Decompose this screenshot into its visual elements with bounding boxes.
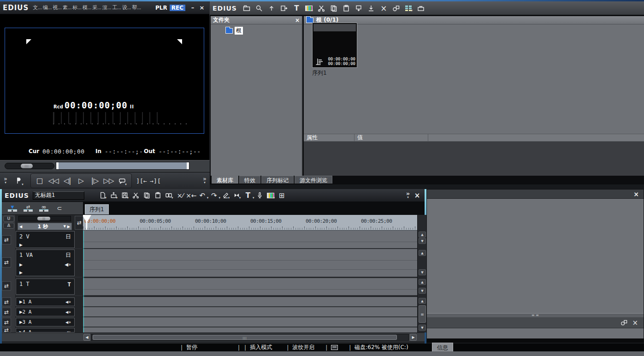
close-button[interactable]: ×	[632, 190, 641, 198]
lane-1a[interactable]	[83, 297, 417, 307]
lane-1t[interactable]	[83, 278, 417, 295]
play-button[interactable]: ▷	[74, 174, 88, 188]
add-title-button[interactable]: T	[290, 3, 303, 14]
menu-settings[interactable]: 设...	[122, 4, 132, 11]
scroll-down-button[interactable]: ▼	[419, 325, 426, 331]
group-mode-button[interactable]: ⊂	[53, 203, 66, 214]
menu-file[interactable]: 文...	[32, 4, 42, 11]
menu-render[interactable]: 渲...	[102, 4, 112, 11]
timescale-selector[interactable]: ◀ 1 秒 ▼ ▶	[18, 223, 72, 230]
lane-3a[interactable]	[83, 317, 417, 327]
scroll-down-button[interactable]: ▼	[419, 288, 426, 294]
delete-button[interactable]: ×	[378, 3, 390, 14]
timeline-ruler[interactable]: 00:00:00;00 00:00:05;00 00:00:10;00 00:0…	[83, 215, 417, 231]
insert-mode-button[interactable]: ▼	[6, 203, 19, 214]
toolbox-button[interactable]	[415, 3, 427, 14]
loop-playback-button[interactable]: ▾	[116, 174, 130, 188]
speaker-icon[interactable]: ◀»	[65, 309, 71, 314]
overflow-right-button[interactable]: »▾	[200, 174, 210, 188]
hscroll-thumb[interactable]: |||	[93, 335, 397, 340]
add-clip-button[interactable]	[278, 3, 290, 14]
effect-icon[interactable]	[620, 319, 627, 326]
open-project-button[interactable]: ▾	[108, 190, 119, 201]
add-cut-point-button[interactable]: ▾	[220, 190, 231, 201]
gutter-u-button[interactable]: U	[3, 216, 14, 222]
hscroll-right-button[interactable]: ▶	[410, 334, 417, 341]
lane-2v[interactable]	[83, 231, 417, 248]
folders-close-icon[interactable]: ×	[295, 17, 300, 24]
menu-capture[interactable]: 采...	[92, 4, 102, 11]
toolbar-overflow-button[interactable]: »▾	[403, 192, 413, 199]
scroll-up-button[interactable]: ▲	[419, 298, 426, 304]
vertical-scrollbar-thumb[interactable]: ≡	[419, 305, 426, 323]
sync-3a-button[interactable]: ⇄	[2, 318, 11, 326]
step-forward-button[interactable]: |▷	[88, 174, 102, 188]
set-marker-button[interactable]: ▾	[11, 174, 28, 188]
hscroll-left-button[interactable]: ◀	[83, 334, 90, 341]
sync-2a-button[interactable]: ⇄	[2, 308, 11, 316]
zoom-slider-thumb[interactable]: |||	[37, 217, 50, 220]
lane-4a[interactable]	[83, 327, 417, 332]
panel-resize-handle[interactable]: = =	[427, 313, 644, 317]
undo-button[interactable]: ↶	[197, 190, 208, 201]
track-header-2a[interactable]: ▶2 A◀»	[16, 308, 75, 316]
value-column-header[interactable]: 值	[354, 134, 428, 142]
move-up-button[interactable]	[266, 3, 278, 14]
tab-effects[interactable]: 特效	[239, 176, 260, 184]
minimize-button[interactable]: –	[188, 4, 197, 12]
track-header-1t[interactable]: 1 TT	[16, 279, 75, 295]
sequence-title-input[interactable]	[33, 191, 84, 200]
track-header-1va[interactable]: 1 VA日 ▶◀» ▶	[16, 249, 75, 276]
menu-help[interactable]: 帮...	[131, 4, 142, 11]
clip-card-sequence1[interactable]: 00:00:00;00 00:00:00;00 序列1	[312, 23, 358, 77]
scroll-up-button[interactable]: ▲	[419, 231, 426, 237]
delete-left-button[interactable]: ×←	[186, 190, 197, 201]
sequence-tab[interactable]: 序列1	[85, 204, 109, 214]
fast-forward-button[interactable]: ▷▷	[102, 174, 116, 188]
plr-mode-button[interactable]: PLR	[155, 5, 167, 11]
new-folder-button[interactable]	[241, 3, 253, 14]
apply-button[interactable]	[365, 3, 378, 14]
copy-button[interactable]	[328, 3, 340, 14]
sync-all-button[interactable]: ⇄	[75, 216, 84, 230]
paste-button[interactable]	[153, 190, 164, 201]
clip-thumbnail[interactable]: 00:00:00;00 00:00:00;00	[312, 23, 357, 68]
rewind-button[interactable]: ◁◁	[47, 174, 60, 188]
scroll-up-button[interactable]: ▲	[419, 250, 426, 256]
add-to-timeline-button[interactable]	[353, 3, 365, 14]
tab-sequence-marker[interactable]: 序列标记	[261, 176, 294, 184]
redo-button[interactable]: ↷	[208, 190, 219, 201]
menu-tools[interactable]: 工...	[112, 4, 122, 11]
set-between-button[interactable]: ∞	[37, 203, 51, 214]
ripple-mode-button[interactable]: ⇄	[21, 203, 35, 214]
stop-button[interactable]: □	[33, 174, 47, 188]
scroll-down-button[interactable]: ▼	[419, 238, 426, 244]
sync-1va-button[interactable]: ⇄	[2, 257, 11, 267]
cut-button[interactable]	[130, 190, 142, 201]
track-header-3a[interactable]: ▶3 A◀»	[16, 318, 75, 326]
menu-view[interactable]: 视...	[52, 4, 62, 11]
speaker-icon[interactable]: ◀»	[65, 299, 71, 304]
close-button[interactable]: ×	[413, 192, 422, 199]
step-back-button[interactable]: ◁|	[60, 174, 74, 188]
lane-2a[interactable]	[83, 307, 417, 317]
add-title-button[interactable]: T	[242, 190, 254, 201]
copy-button[interactable]	[142, 190, 153, 201]
position-bar[interactable]	[56, 162, 189, 170]
goto-in-button[interactable]: ][←	[135, 174, 148, 188]
tab-bin[interactable]: 素材库	[212, 176, 238, 184]
new-sequence-button[interactable]: ▾	[97, 190, 108, 201]
timescale-dropdown-icon[interactable]: ▼	[63, 225, 65, 228]
property-column-header[interactable]: 属性	[304, 134, 354, 142]
search-button[interactable]	[253, 3, 266, 14]
tab-information[interactable]: 信息	[432, 343, 453, 351]
menu-clip[interactable]: 素...	[62, 4, 72, 11]
speaker-icon[interactable]: ◀»	[65, 262, 71, 267]
sync-1t-button[interactable]: ⇄	[2, 281, 11, 291]
expand-icon[interactable]: ▶	[19, 243, 23, 247]
timeline-zoom-slider[interactable]: |||	[18, 216, 71, 221]
overflow-left-button[interactable]: »▾	[0, 174, 11, 188]
expand-icon[interactable]: ▶	[19, 270, 23, 275]
voice-over-button[interactable]	[254, 190, 265, 201]
track-header-1a[interactable]: ▶1 A◀»	[16, 297, 75, 306]
